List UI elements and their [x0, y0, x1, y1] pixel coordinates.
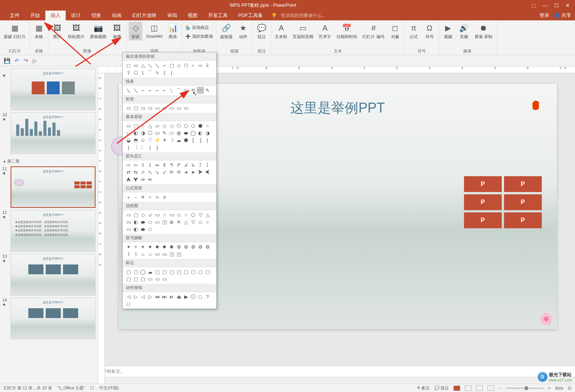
shape-glyph-9-1[interactable]: ▷	[132, 293, 139, 300]
shape-glyph-7-6[interactable]: ✺	[168, 243, 175, 251]
zoom-out-icon[interactable]: −	[499, 386, 501, 390]
shape-glyph-8-11[interactable]: ▢	[204, 268, 211, 275]
shape-glyph-7-10[interactable]: ⚙	[197, 243, 204, 251]
close-icon[interactable]: ✕	[566, 3, 570, 8]
shape-glyph-3-35[interactable]: {	[204, 137, 211, 144]
shape-glyph-8-8[interactable]: ▢	[182, 268, 190, 275]
shape-glyph-6-11[interactable]: △	[204, 211, 211, 218]
shape-glyph-4-18[interactable]: ⟳	[168, 169, 175, 176]
shape-glyph-5-1[interactable]: －	[132, 194, 139, 201]
shape-glyph-9-7[interactable]: ⏏	[175, 293, 182, 300]
slide-title-text[interactable]: 这里是举例PPT	[290, 99, 385, 117]
shape-glyph-0-8[interactable]: ⬠	[182, 62, 190, 69]
shape-glyph-4-3[interactable]: ⇩	[146, 161, 154, 169]
shape-glyph-1-7[interactable]: ⌒	[175, 87, 182, 94]
shape-glyph-1-2[interactable]: ⌐	[139, 87, 146, 94]
redo-icon[interactable]: ↷	[24, 58, 28, 64]
ribbon-options-icon[interactable]: ⬚	[531, 3, 536, 8]
shape-glyph-9-10[interactable]: ◻	[197, 293, 204, 300]
undo-icon[interactable]: ↶	[15, 58, 19, 64]
ribbon-item-3-0[interactable]: ◇形状	[129, 22, 142, 40]
shape-glyph-3-30[interactable]: ☽	[168, 137, 175, 144]
shape-glyph-3-31[interactable]: ☁	[175, 137, 182, 144]
shape-glyph-6-7[interactable]: ◇	[175, 211, 182, 218]
shape-glyph-6-22[interactable]: ◇	[197, 218, 204, 226]
shape-glyph-5-2[interactable]: ✕	[139, 194, 146, 201]
shape-glyph-3-38[interactable]: 〕	[139, 144, 146, 151]
ribbon-item-2-3[interactable]: 🖼相册	[110, 22, 124, 40]
shape-glyph-4-21[interactable]: ➤	[190, 169, 197, 176]
shape-glyph-1-0[interactable]: ＼	[125, 87, 132, 94]
shape-glyph-0-3[interactable]: ＼	[146, 62, 154, 69]
shape-glyph-0-10[interactable]: ⇨	[197, 62, 204, 69]
shape-glyph-3-10[interactable]: ⬢	[197, 122, 204, 129]
tab-animations[interactable]: 动画	[106, 11, 127, 20]
shape-glyph-2-5[interactable]: ▭	[161, 105, 168, 112]
shape-glyph-7-19[interactable]: ◫	[175, 251, 182, 258]
shape-glyph-6-16[interactable]: ▭	[154, 218, 161, 226]
shape-glyph-9-6[interactable]: ⏯	[168, 293, 175, 300]
ribbon-item-5-0[interactable]: 🔗超链接	[219, 22, 234, 40]
lang-check-icon[interactable]: ☐	[90, 386, 94, 390]
shape-glyph-6-2[interactable]: ◇	[139, 211, 146, 218]
shape-glyph-0-9[interactable]: ○	[190, 62, 197, 69]
tab-home[interactable]: 开始	[25, 11, 45, 20]
shape-glyph-4-6[interactable]: ↰	[168, 161, 175, 169]
shape-glyph-4-11[interactable]: ⤵	[204, 161, 211, 169]
ribbon-item-9-1[interactable]: 🔊音频	[457, 22, 471, 40]
shape-glyph-4-7[interactable]: ↱	[175, 161, 182, 169]
shape-glyph-2-3[interactable]: ▭	[146, 105, 154, 112]
notes-pane[interactable]: 举例备注。	[98, 366, 575, 377]
shape-glyph-8-2[interactable]: ◯	[139, 268, 146, 275]
shape-glyph-4-22[interactable]: ⮞	[197, 169, 204, 176]
shape-glyph-6-12[interactable]: ▭	[125, 218, 132, 226]
slideshow-view-icon[interactable]	[487, 386, 494, 391]
zoom-in-icon[interactable]: +	[548, 386, 550, 390]
ribbon-item-5-1[interactable]: ★动作	[236, 22, 250, 40]
shape-glyph-6-4[interactable]: ▭	[154, 211, 161, 218]
shape-glyph-3-9[interactable]: ⬡	[190, 122, 197, 129]
shape-glyph-0-2[interactable]: △	[139, 62, 146, 69]
red-tile[interactable]: P	[464, 176, 502, 192]
shape-glyph-8-17[interactable]: ▭	[161, 275, 168, 283]
shape-glyph-3-16[interactable]: ▭	[154, 129, 161, 137]
shape-glyph-4-19[interactable]: ⟲	[175, 169, 182, 176]
shape-glyph-6-0[interactable]: ▭	[125, 211, 132, 218]
shape-glyph-2-1[interactable]: ▢	[132, 105, 139, 112]
shape-glyph-1-3[interactable]: ⌐	[146, 87, 154, 94]
shape-glyph-8-14[interactable]: ▢	[139, 275, 146, 283]
red-tile[interactable]: P	[464, 194, 502, 210]
shape-glyph-3-33[interactable]: ⟦	[190, 137, 197, 144]
shape-glyph-5-3[interactable]: ÷	[146, 194, 154, 201]
ribbon-item-1-0[interactable]: ▦表格	[32, 22, 46, 40]
ribbon-item-3-2[interactable]: 📊图表	[166, 22, 180, 40]
ribbon-small-item-4-1[interactable]: ➕我的加载项	[185, 33, 214, 40]
shape-glyph-6-3[interactable]: ▱	[146, 211, 154, 218]
shape-glyph-6-8[interactable]: ○	[182, 211, 190, 218]
shape-glyph-8-16[interactable]: ▭	[154, 275, 161, 283]
shape-glyph-7-14[interactable]: ⏢	[139, 251, 146, 258]
shape-glyph-3-3[interactable]: △	[146, 122, 154, 129]
save-icon[interactable]: 💾	[4, 58, 10, 64]
shape-glyph-3-18[interactable]: ⬭	[168, 129, 175, 137]
tab-view[interactable]: 视图	[182, 11, 203, 20]
shape-glyph-2-2[interactable]: ▭	[139, 105, 146, 112]
slide-thumbnail-0[interactable]: 这里是举例PPT	[11, 69, 96, 110]
shape-glyph-9-3[interactable]: ▷	[146, 293, 154, 300]
shape-glyph-2-0[interactable]: ▭	[125, 105, 132, 112]
shape-glyph-6-19[interactable]: ✕	[175, 218, 182, 226]
shape-glyph-1-8[interactable]: ∿	[182, 87, 190, 94]
shape-glyph-3-2[interactable]: ○	[139, 122, 146, 129]
shape-glyph-3-29[interactable]: ☀	[161, 137, 168, 144]
tab-transitions[interactable]: 切换	[86, 11, 106, 20]
shape-glyph-7-13[interactable]: ⌇	[132, 251, 139, 258]
ribbon-item-6-0[interactable]: 💬批注	[255, 22, 268, 40]
shape-glyph-0-4[interactable]: ＼	[154, 62, 161, 69]
shape-glyph-1-6[interactable]: ㄟ	[168, 87, 175, 94]
shape-glyph-4-4[interactable]: ⇔	[154, 161, 161, 169]
shape-glyph-3-36[interactable]: }	[125, 144, 132, 151]
shape-glyph-8-12[interactable]: ▢	[125, 275, 132, 283]
ribbon-item-9-2[interactable]: ⏺屏幕 录制	[473, 22, 494, 40]
shape-glyph-6-21[interactable]: ▽	[190, 218, 197, 226]
shape-glyph-7-3[interactable]: ✷	[146, 243, 154, 251]
